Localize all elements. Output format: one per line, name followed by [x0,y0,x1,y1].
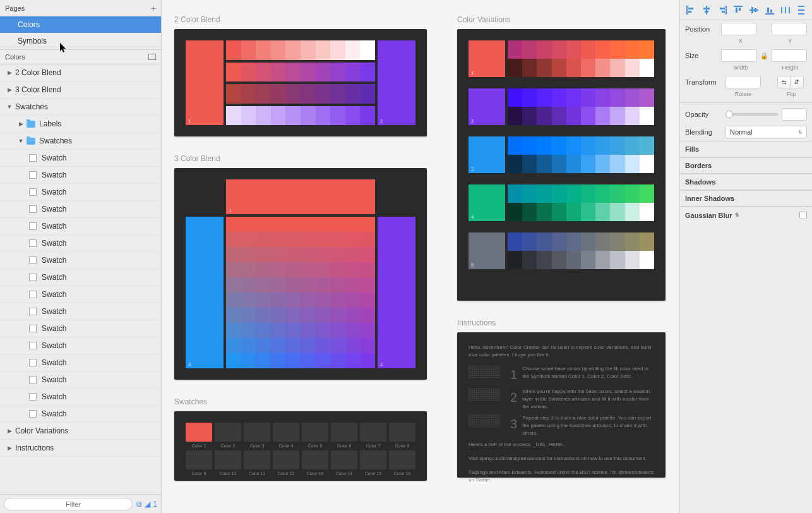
layer-row[interactable]: Swatch [0,184,161,201]
distribute-v-icon[interactable] [796,5,806,15]
collapse-icon[interactable]: ⧉ [136,500,142,509]
page-item-colors[interactable]: Colors [0,16,161,33]
disclosure-icon[interactable]: ▶ [6,445,13,451]
layer-row[interactable]: Swatch [0,320,161,337]
disclosure-icon[interactable]: ▶ [6,87,13,93]
layer-row[interactable]: Swatch [0,303,161,320]
window-icon[interactable] [148,54,156,60]
artboard-label-swatches[interactable]: Swatches [174,397,427,406]
swatch-item[interactable]: Color 14 [331,450,357,476]
layer-row[interactable]: Swatch [0,167,161,184]
swatch-item[interactable]: Color 8 [389,423,415,448]
layer-row[interactable]: Swatch [0,252,161,269]
artboard-label-instructions[interactable]: Instructions [457,318,666,327]
disclosure-icon[interactable]: ▶ [6,69,13,76]
align-left-icon[interactable] [686,5,696,15]
borders-section[interactable]: Borders [680,157,812,174]
position-y-input[interactable] [772,23,807,35]
blend-cell [241,247,256,262]
blend-cell [271,247,286,262]
selection-icon[interactable]: ◢ [145,500,150,509]
blend-cell [330,247,345,262]
layer-row[interactable]: Swatch [0,406,161,423]
swatch-item[interactable]: Color 11 [244,450,270,476]
filter-input[interactable] [4,498,133,510]
blend-cell [226,217,241,232]
folder-row[interactable]: ▼Swatches [0,133,161,150]
flip-v-button[interactable]: ⇵ [791,76,803,88]
rotate-input[interactable] [725,76,761,88]
artboard-label-3color[interactable]: 3 Color Blend [174,154,427,163]
swatch-item[interactable]: Color 10 [215,450,241,476]
artboard-row[interactable]: ▶Color Variations [0,423,161,440]
artboard-row[interactable]: ▶3 Color Blend [0,81,161,99]
distribute-h-icon[interactable] [780,5,791,15]
swatch-item[interactable]: Color 2 [215,423,241,448]
align-bottom-icon[interactable] [765,5,775,15]
position-x-input[interactable] [721,23,756,35]
swatch-item[interactable]: Color 5 [302,423,328,448]
shadows-section[interactable]: Shadows [680,174,812,190]
layer-row[interactable]: Swatch [0,269,161,286]
align-top-icon[interactable] [733,5,743,15]
align-right-icon[interactable] [717,5,727,15]
artboard-3color[interactable]: 1 3 2 [174,168,427,380]
page-item-symbols[interactable]: Symbols [0,33,161,49]
pages-list: Colors Symbols [0,16,161,49]
add-page-button[interactable]: + [151,3,156,13]
artboard-variations[interactable]: 12345 [457,29,666,301]
swatch-item[interactable]: Color 15 [360,450,386,476]
lock-icon[interactable]: 🔒 [760,52,768,59]
layer-row[interactable]: Swatch [0,371,161,389]
artboard-row[interactable]: ▼Swatches [0,99,161,116]
canvas[interactable]: 2 Color Blend 1 2 3 Color Blend 1 3 2 [162,0,679,513]
layer-row[interactable]: Swatch [0,286,161,303]
opacity-input[interactable] [782,108,807,121]
blend-cell [226,277,241,293]
disclosure-icon[interactable]: ▶ [18,121,24,127]
layer-row[interactable]: Swatch [0,389,161,406]
artboard-2color[interactable]: 1 2 [174,29,427,136]
flip-h-button[interactable]: ⇋ [778,76,791,88]
layer-row[interactable]: Swatch [0,201,161,218]
swatch-item[interactable]: Color 6 [331,423,357,448]
height-input[interactable] [772,49,807,62]
align-hcenter-icon[interactable] [702,5,712,15]
width-input[interactable] [721,49,756,62]
artboard-label-variations[interactable]: Color Variations [457,15,666,24]
artboard-label-2color[interactable]: 2 Color Blend [174,15,427,24]
artboard-row[interactable]: ▶Instructions [0,440,161,457]
blend-cell [301,247,316,262]
swatch-item[interactable]: Color 13 [302,450,328,476]
folder-row[interactable]: ▶Labels [0,116,161,133]
inner-shadows-section[interactable]: Inner Shadows [680,190,812,207]
swatch-item[interactable]: Color 16 [389,450,415,476]
align-vcenter-icon[interactable] [749,5,759,15]
layer-row[interactable]: Swatch [0,235,161,252]
blend-cell [360,106,375,126]
swatch-item[interactable]: Color 1 [186,423,212,448]
artboard-row[interactable]: ▶2 Color Blend [0,64,161,81]
swatch-item[interactable]: Color 7 [360,423,386,448]
svg-rect-8 [722,11,725,13]
blur-checkbox[interactable] [799,212,807,219]
swatch-item[interactable]: Color 12 [273,450,299,476]
swatch-item[interactable]: Color 4 [273,423,299,448]
layer-row[interactable]: Swatch [0,150,161,167]
fills-section[interactable]: Fills [680,141,812,157]
blending-select[interactable]: Normal ⇅ [725,126,807,138]
swatch-item[interactable]: Color 3 [244,423,270,448]
layer-label: Swatch [42,358,66,367]
disclosure-icon[interactable]: ▼ [18,138,24,144]
artboard-instructions[interactable]: Hello, adventurer! Color Creator can be … [457,332,666,478]
disclosure-icon[interactable]: ▶ [6,428,13,434]
layer-row[interactable]: Swatch [0,218,161,235]
opacity-slider[interactable] [725,113,778,116]
artboard-swatches[interactable]: Color 1Color 2Color 3Color 4Color 5Color… [174,411,427,481]
swatch-item[interactable]: Color 9 [186,450,212,476]
layer-row[interactable]: Swatch [0,354,161,371]
layer-row[interactable]: Swatch [0,337,161,354]
layers-header: Colors [0,49,161,64]
disclosure-icon[interactable]: ▼ [6,104,13,110]
gaussian-blur-section[interactable]: Gaussian Blur ⇅ [680,207,812,223]
